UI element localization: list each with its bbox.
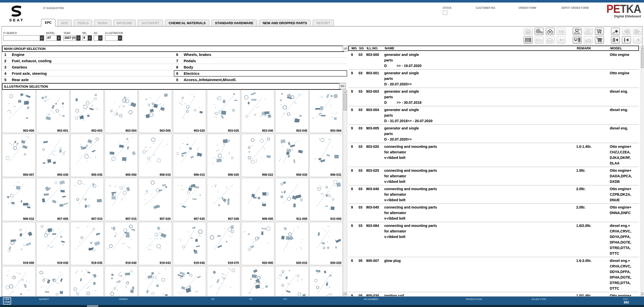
tab-standard-hardware[interactable]: STANDARD HARDWARE bbox=[211, 20, 257, 26]
illustration-cell-903-025[interactable]: 903-025 bbox=[207, 90, 240, 133]
parts-row-903-004[interactable]: 903903-004generator and single parts D -… bbox=[348, 106, 639, 125]
illustration-cell-915-000[interactable]: 915-000 bbox=[309, 178, 343, 221]
illustration-scroll-down-button[interactable]: ▼ bbox=[343, 292, 347, 296]
parts-scroll-up-button[interactable]: ▲ bbox=[641, 46, 644, 50]
illustration-cell-907-040[interactable]: 907-040 bbox=[207, 178, 240, 221]
sg-combo[interactable]: ▼ bbox=[94, 35, 103, 41]
parts-scroll-down-button[interactable]: ▼ bbox=[641, 292, 644, 296]
illustration-cell-919-035[interactable]: 919-035 bbox=[70, 222, 104, 265]
illustration-cell-919-043[interactable]: 919-043 bbox=[139, 222, 172, 265]
binoculars-button[interactable] bbox=[546, 28, 555, 35]
illustration-cell-903-045[interactable]: 903-045 bbox=[275, 90, 309, 133]
illustration-cell[interactable] bbox=[275, 266, 309, 296]
illustration-scroll-thumb[interactable] bbox=[343, 94, 347, 111]
illustration-cell-906-010[interactable]: 906-010 bbox=[139, 134, 172, 177]
illustration-cell-903-040[interactable]: 903-040 bbox=[241, 90, 275, 133]
cart-add-button[interactable] bbox=[595, 28, 604, 35]
illustration-cell-919-045[interactable]: 919-045 bbox=[173, 222, 206, 265]
illustration-cell-907-035[interactable]: 907-035 bbox=[173, 178, 206, 221]
model-combo[interactable]: AT▼ bbox=[46, 35, 61, 41]
parts-row-905-007[interactable]: 905905-007glow plug1.6-2.0ltr.diesel eng… bbox=[348, 257, 639, 292]
illustration-cell[interactable] bbox=[70, 266, 104, 296]
main-group-item-gearbox[interactable]: 3Gearbox bbox=[2, 64, 174, 70]
main-group-item-fuel-exhaust-cooling[interactable]: 2Fuel, exhaust, cooling bbox=[2, 58, 174, 64]
illustration-cell-907-005[interactable]: 907-005 bbox=[36, 178, 70, 221]
main-group-item-access-infotainment-miscell[interactable]: 0Access.,Infotainment,Miscell. bbox=[174, 77, 347, 83]
illustration-cell-903-000[interactable]: 903-000 bbox=[2, 90, 36, 133]
illustration-cell-906-031[interactable]: 906-031 bbox=[309, 134, 343, 177]
parts-scroll-thumb[interactable] bbox=[641, 50, 644, 68]
chevron-down-icon[interactable]: ▼ bbox=[40, 36, 44, 41]
illustration-cell-920-010[interactable]: 920-010 bbox=[275, 222, 309, 265]
illustration-cell-906-020[interactable]: 906-020 bbox=[207, 134, 240, 177]
illustration-cell-919-070[interactable]: 919-070 bbox=[207, 222, 240, 265]
illustration-cell-907-010[interactable]: 907-010 bbox=[70, 178, 104, 221]
illustration-cell[interactable] bbox=[139, 266, 172, 296]
parts-row-903-001[interactable]: 903903-001generator and single parts D -… bbox=[348, 70, 639, 88]
list-button[interactable] bbox=[524, 36, 533, 44]
main-group-item-engine[interactable]: 1Engine bbox=[2, 51, 174, 58]
parts-row-903-045[interactable]: 903903-045connecting and mounting parts … bbox=[348, 204, 639, 222]
mg-combo[interactable]: 9▼ bbox=[82, 35, 92, 41]
tab-new-and-dropped-parts[interactable]: NEW AND DROPPED PARTS bbox=[259, 20, 311, 26]
illustration-cell[interactable] bbox=[105, 266, 138, 296]
parts-row-903-020[interactable]: 903903-020connecting and mounting parts … bbox=[348, 143, 639, 167]
illustration-cell-920-020[interactable]: 920-020 bbox=[309, 222, 343, 265]
parts-row-903-040[interactable]: 903903-040connecting and mounting parts … bbox=[348, 185, 639, 204]
pin-button[interactable] bbox=[611, 28, 620, 35]
illustration-cell-907-020[interactable]: 907-020 bbox=[139, 178, 172, 221]
fi-search-combo[interactable]: ▼ bbox=[3, 35, 44, 41]
illustration-cell[interactable] bbox=[309, 266, 343, 296]
illustration-cell-907-015[interactable]: 907-015 bbox=[105, 178, 138, 221]
illustration-cell-903-001[interactable]: 903-001 bbox=[36, 90, 70, 133]
parts-row-903-000[interactable]: 903903-000generator and single parts D >… bbox=[348, 51, 639, 70]
illustration-cell-911-000[interactable]: 911-000 bbox=[275, 178, 309, 221]
illustration-cell-919-000[interactable]: 919-000 bbox=[2, 222, 36, 265]
parts-row-903-084[interactable]: 903903-084connecting and mounting parts … bbox=[348, 222, 639, 257]
illustration-cell-905-030[interactable]: 905-030 bbox=[36, 134, 70, 177]
nav-first-button[interactable] bbox=[611, 36, 620, 44]
year-combo[interactable]: 2027 (V)▼ bbox=[63, 35, 81, 41]
illustration-cell-903-005[interactable]: 903-005 bbox=[139, 90, 172, 133]
chevron-down-icon[interactable]: ▼ bbox=[118, 36, 122, 41]
main-group-item-front-axle-steering[interactable]: 4Front axle, steering bbox=[2, 70, 174, 77]
elsa-monitor-button[interactable]: ELSA bbox=[573, 28, 582, 35]
illustration-combo[interactable]: ▼ bbox=[105, 35, 122, 41]
parts-row-903-003[interactable]: 903903-003generator and single parts D >… bbox=[348, 88, 639, 106]
chevron-down-icon[interactable]: ▼ bbox=[57, 36, 61, 41]
illustration-cell-906-015[interactable]: 906-015 bbox=[173, 134, 206, 177]
main-group-item-pedals[interactable]: 7Pedals bbox=[174, 58, 347, 64]
illustration-cell-906-032[interactable]: 906-032 bbox=[2, 178, 36, 221]
illustration-cell-919-030[interactable]: 919-030 bbox=[36, 222, 70, 265]
parts-row-903-005[interactable]: 903903-005generator and single parts D -… bbox=[348, 125, 639, 143]
illustration-cell[interactable] bbox=[2, 266, 36, 296]
illustration-cell-920-000[interactable]: 920-000 bbox=[241, 222, 275, 265]
illustration-cell-906-022[interactable]: 906-022 bbox=[241, 134, 275, 177]
illustration-cell-905-007[interactable]: 905-007 bbox=[2, 134, 36, 177]
grid-view-button[interactable] bbox=[339, 83, 346, 89]
stock-checkbox[interactable] bbox=[443, 11, 447, 15]
illustration-cell-905-035[interactable]: 905-035 bbox=[70, 134, 104, 177]
illustration-cell[interactable] bbox=[207, 266, 240, 296]
illustration-cell[interactable] bbox=[241, 266, 275, 296]
illustration-cell-906-030[interactable]: 906-030 bbox=[275, 134, 309, 177]
illustration-cell-903-084[interactable]: 903-084 bbox=[309, 90, 343, 133]
main-group-item-body[interactable]: 8Body bbox=[174, 64, 347, 70]
hide-panel-button[interactable] bbox=[343, 46, 348, 51]
illustration-cell[interactable] bbox=[36, 266, 70, 296]
illustration-cell-903-004[interactable]: 903-004 bbox=[105, 90, 138, 133]
main-group-item-rear-axle[interactable]: 5Rear axle bbox=[2, 77, 174, 83]
nav-previous-button[interactable] bbox=[622, 36, 631, 44]
tab-epc[interactable]: EPC bbox=[41, 19, 55, 26]
main-group-item-electrics[interactable]: 9Electrics bbox=[174, 70, 347, 77]
parts-row-905-030[interactable]: 905905-030ignition coil1.0/1.4ltr.Otto e… bbox=[348, 292, 639, 296]
chevron-down-icon[interactable]: ▼ bbox=[98, 36, 102, 41]
illustration-cell[interactable] bbox=[173, 266, 206, 296]
tab-chemical-materials[interactable]: CHEMICAL MATERIALS bbox=[165, 20, 209, 26]
illustration-cell-903-003[interactable]: 903-003 bbox=[70, 90, 104, 133]
illustration-cell-919-040[interactable]: 919-040 bbox=[105, 222, 138, 265]
cart-button[interactable] bbox=[595, 36, 604, 44]
wheel-button[interactable] bbox=[535, 28, 544, 35]
chevron-down-icon[interactable]: ▼ bbox=[76, 36, 80, 41]
chevron-down-icon[interactable]: ▼ bbox=[88, 36, 92, 41]
